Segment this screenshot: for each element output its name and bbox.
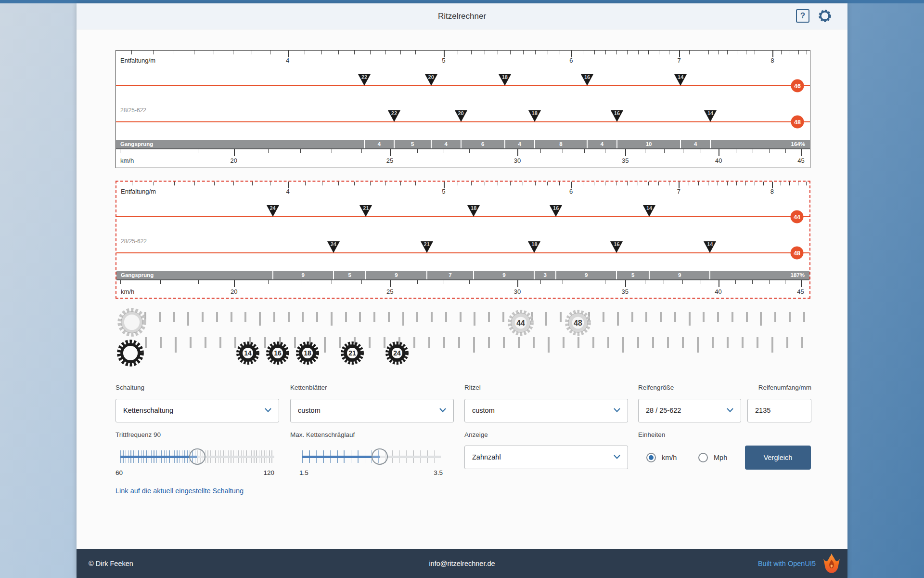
- help-button[interactable]: ?: [796, 9, 809, 23]
- speed-tick-label: 35: [622, 157, 629, 164]
- speed-tick: [801, 280, 802, 287]
- kettenschraeglauf-slider-handle[interactable]: [372, 448, 388, 465]
- gear-ruler-major-tick: [545, 312, 547, 326]
- gear-ruler-tick: [631, 312, 633, 322]
- reifengroesse-select[interactable]: 28 / 25-622: [638, 399, 741, 422]
- speed-tick: [605, 280, 605, 284]
- kettenschraeglauf-label: Max. Kettenschräglauf: [290, 431, 355, 438]
- entfaltung-tick-label: 5: [442, 188, 445, 195]
- gear-ruler-tick: [786, 337, 788, 348]
- sprocket-14[interactable]: 14: [236, 341, 260, 367]
- entfaltung-tick: [458, 182, 458, 185]
- slider-fill: [120, 447, 197, 466]
- gear-marker-label: 22: [358, 74, 371, 80]
- speed-tick: [683, 149, 683, 153]
- settings-button[interactable]: [818, 9, 832, 23]
- entfaltung-tick: [648, 51, 649, 54]
- entfaltung-tick: [415, 51, 416, 54]
- entfaltung-tick: [679, 182, 680, 188]
- slider-max-label: 120: [263, 469, 274, 476]
- gear-ruler-tick: [732, 312, 733, 322]
- speed-tick: [494, 149, 494, 153]
- entfaltung-tick: [252, 51, 252, 54]
- entfaltung-tick: [583, 182, 583, 185]
- gear-ruler-tick: [803, 312, 805, 322]
- sprocket-21[interactable]: 21: [340, 341, 364, 367]
- gear-ruler-tick: [316, 312, 318, 322]
- entfaltung-tick: [415, 182, 416, 185]
- ritzel-label: Ritzel: [464, 384, 481, 391]
- speed-tick: [625, 149, 626, 156]
- gangsprung-divider: [394, 140, 395, 148]
- sprocket-16[interactable]: 16: [266, 341, 290, 367]
- radio-mph[interactable]: Mph: [698, 453, 727, 462]
- gangsprung-divider: [649, 271, 650, 279]
- gear-ruler-tick: [789, 312, 791, 322]
- footer-email[interactable]: info@ritzelrechner.de: [77, 549, 847, 578]
- openui5-link[interactable]: Built with OpenUI5: [758, 560, 816, 567]
- gear-ruler-tick: [219, 337, 221, 348]
- anzeige-select[interactable]: Zahnzahl: [464, 446, 628, 469]
- chainring-48[interactable]: 48: [565, 309, 591, 338]
- entfaltung-tick: [153, 51, 154, 54]
- sprocket-24[interactable]: 24: [385, 341, 409, 367]
- gangsprung-divider: [365, 271, 366, 279]
- speed-tick: [701, 280, 701, 284]
- entfaltung-tick: [772, 182, 773, 188]
- schaltung-select[interactable]: Kettenschaltung: [116, 399, 279, 422]
- speed-tick: [664, 280, 664, 284]
- kettenschraeglauf-slider[interactable]: 1.5 3.5: [302, 447, 441, 466]
- entfaltung-tick: [781, 51, 782, 54]
- gear-marker-label: 14: [643, 205, 655, 211]
- gangsprung-step-value: 5: [411, 141, 414, 147]
- gangsprung-divider: [709, 271, 710, 279]
- gear-marker-label: 21: [421, 241, 433, 247]
- entfaltung-tick: [594, 51, 595, 54]
- gear-ruler-tick: [160, 337, 162, 348]
- trittfrequenz-slider-handle[interactable]: [189, 448, 205, 465]
- gangsprung-step-value: 8: [559, 141, 562, 147]
- reifenumfang-input[interactable]: 2135: [747, 399, 811, 422]
- gangsprung-step-value: 9: [585, 272, 588, 278]
- entfaltung-tick: [471, 51, 472, 54]
- gear-ruler-tick: [503, 337, 505, 348]
- entfaltung-tick: [252, 182, 253, 185]
- gangsprung-divider: [616, 140, 617, 148]
- speed-tick-label: 45: [797, 288, 804, 295]
- gear-ruler-tick: [502, 312, 504, 322]
- entfaltung-tick: [385, 51, 386, 54]
- trittfrequenz-slider[interactable]: 60 120: [120, 447, 274, 466]
- entfaltung-tick: [305, 51, 305, 54]
- svg-text:48: 48: [574, 319, 582, 327]
- entfaltung-tick-label: 4: [286, 57, 289, 64]
- vergleich-button[interactable]: Vergleich: [745, 446, 811, 470]
- entfaltung-tick: [523, 51, 524, 54]
- gangsprung-divider: [461, 140, 462, 148]
- entfaltung-tick: [781, 182, 781, 185]
- entfaltung-tick-label: 7: [677, 57, 680, 64]
- entfaltung-tick: [699, 51, 699, 54]
- speed-tick: [736, 149, 736, 153]
- tire-size-label: 28/25-622: [121, 238, 147, 245]
- gear-ruler-tick: [416, 312, 418, 322]
- gangsprung-bar: Gangsprung959793959187%: [116, 271, 809, 280]
- chainring-44[interactable]: 44: [507, 309, 534, 338]
- speed-tick: [120, 149, 120, 153]
- radio-kmh[interactable]: km/h: [646, 453, 677, 462]
- sprocket-18[interactable]: 18: [295, 341, 320, 367]
- current-setup-link[interactable]: Link auf die aktuell eingestellte Schalt…: [116, 487, 244, 495]
- gear-ruler-tick: [712, 337, 714, 348]
- gear-marker: 18: [528, 110, 541, 122]
- gear-ruler-tick: [388, 312, 390, 322]
- gear-ruler-tick: [428, 337, 430, 348]
- gear-ruler-tick: [742, 337, 744, 348]
- gear-chart-a: 45678Entfaltung/m28/25-62222201816144622…: [116, 50, 810, 168]
- speed-tick: [753, 149, 753, 153]
- gangsprung-divider: [504, 140, 505, 148]
- svg-text:18: 18: [304, 349, 311, 357]
- gear-ruler-tick: [660, 312, 662, 322]
- ritzel-select[interactable]: custom: [464, 399, 628, 422]
- kettenblaetter-select[interactable]: custom: [290, 399, 454, 422]
- entfaltung-tick: [559, 182, 560, 185]
- chevron-down-icon: [613, 407, 621, 413]
